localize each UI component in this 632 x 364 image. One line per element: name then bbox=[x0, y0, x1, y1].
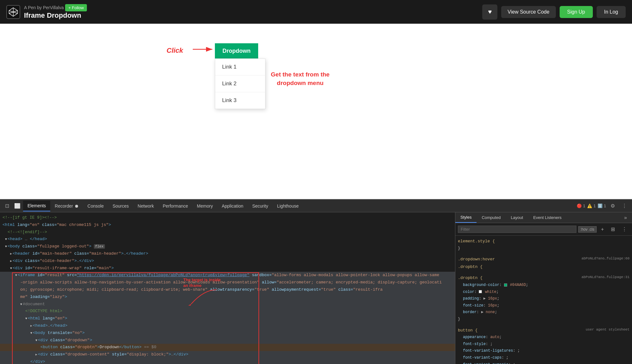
navbar-left: A Pen by PerVillalva + Follow Iframe Dro… bbox=[6, 4, 87, 20]
tab-console[interactable]: Console bbox=[83, 201, 108, 211]
signup-button[interactable]: Sign Up bbox=[560, 6, 593, 18]
dom-line: </div> bbox=[0, 358, 455, 364]
styles-panel: Styles Computed Layout Event Listeners »… bbox=[455, 212, 632, 364]
iframe-annotation-arrow bbox=[179, 287, 220, 306]
get-text-annotation: Get the text from thedropdown menu bbox=[265, 70, 335, 87]
css-block-button: button { user agent stylesheet appearanc… bbox=[458, 327, 629, 364]
author-title-group: A Pen by PerVillalva + Follow Iframe Dro… bbox=[24, 4, 87, 20]
css-prop-fontcaps: font-variant-caps: ; bbox=[463, 355, 629, 361]
navbar: A Pen by PerVillalva + Follow Iframe Dro… bbox=[0, 0, 632, 24]
dom-line-button[interactable]: <button class="dropbtn">Dropdown</button… bbox=[0, 344, 455, 351]
page-title: Iframe Dropdown bbox=[24, 11, 87, 20]
css-prop-color: color: white; bbox=[463, 289, 629, 296]
dom-line: ▶<header id="main-header" class="main-he… bbox=[0, 250, 455, 258]
devtools-device-icon[interactable]: ⬜ bbox=[12, 202, 23, 210]
dropdown-menu: Link 1 Link 2 Link 3 bbox=[215, 58, 265, 109]
dom-line: me" loading="lazy"> bbox=[0, 294, 455, 301]
tab-elements[interactable]: Elements bbox=[23, 201, 50, 211]
dom-line: ▼<div class="dropdown"> bbox=[0, 337, 455, 344]
color-swatch-green[interactable] bbox=[504, 283, 507, 287]
tab-security[interactable]: Security bbox=[248, 201, 273, 211]
dom-line: <!--[if gt IE 9]><!--> bbox=[0, 214, 455, 221]
new-style-icon[interactable]: ⊞ bbox=[608, 225, 617, 234]
dom-line: <!--<![endif]--> bbox=[0, 229, 455, 236]
devtools-more-icon[interactable]: ⋮ bbox=[619, 202, 629, 210]
tab-application[interactable]: Application bbox=[217, 201, 248, 211]
dom-line: -origin allow-scripts allow-top-navigati… bbox=[0, 279, 455, 286]
dropdown-button[interactable]: Dropdown bbox=[215, 43, 258, 59]
author-label: A Pen by PerVillalva bbox=[24, 5, 64, 10]
heart-button[interactable]: ♥ bbox=[482, 4, 497, 20]
css-block-dropdown-hover: .dropdown:hover abPoNLd?ano…fullpage:60 … bbox=[458, 256, 629, 270]
dom-line: ▼<body class="fullpage logged-out"> flex bbox=[0, 243, 455, 250]
preview-area: Click Dropdown Link 1 Link 2 Link 3 Get … bbox=[0, 24, 632, 199]
svg-line-4 bbox=[13, 12, 18, 14]
devtools-tabs-bar: ⊡ ⬜ Elements Recorder ⏺ Console Sources … bbox=[0, 200, 632, 212]
dropdown-item-2[interactable]: Link 2 bbox=[215, 76, 265, 92]
css-prop-appearance: appearance: auto; bbox=[463, 334, 629, 341]
dom-line: ▶<div class="oldie-header">…</div> bbox=[0, 258, 455, 265]
navbar-right: ♥ View Source Code Sign Up In Log bbox=[482, 4, 626, 20]
devtools-warnings-badge: ⚠️ 1 bbox=[587, 203, 596, 208]
styles-filter-input[interactable] bbox=[458, 226, 576, 233]
dom-line: ▼<body translate="no"> bbox=[0, 330, 455, 337]
dom-line: <html lang="en" class="mac chrome115 js … bbox=[0, 221, 455, 229]
css-block-dropbtn: .dropbtn { abPoNLd?ano…fullpage:31 backg… bbox=[458, 274, 629, 323]
dom-line: ▼<head> … </head> bbox=[0, 236, 455, 243]
css-prop-fontlig: font-variant-ligatures: ; bbox=[463, 348, 629, 355]
svg-line-2 bbox=[13, 10, 18, 12]
styles-content: element.style { } .dropdown:hover abPoNL… bbox=[455, 236, 632, 364]
dom-line: ▶<div class="dropdown-content" style="di… bbox=[0, 351, 455, 358]
tab-computed[interactable]: Computed bbox=[477, 212, 506, 223]
css-selector-line: element.style { bbox=[458, 238, 629, 245]
login-button[interactable]: In Log bbox=[597, 6, 626, 18]
styles-tabs-bar: Styles Computed Layout Event Listeners » bbox=[455, 212, 632, 223]
devtools-info-badge: ℹ️ 1 bbox=[598, 203, 606, 208]
css-prop-fontsize: font-size: 16px; bbox=[463, 302, 629, 309]
css-block-element: element.style { } bbox=[458, 238, 629, 252]
css-close-brace: } bbox=[458, 245, 629, 252]
codepen-logo bbox=[6, 5, 20, 19]
tab-recorder[interactable]: Recorder ⏺ bbox=[50, 201, 83, 211]
pseudo-filter[interactable]: :hov .cls bbox=[578, 226, 597, 233]
view-source-button[interactable]: View Source Code bbox=[501, 6, 556, 18]
tab-memory[interactable]: Memory bbox=[192, 201, 217, 211]
more-style-icon[interactable]: ⋮ bbox=[619, 225, 629, 234]
iframe-annotation-text: The target is insidean iframe bbox=[183, 277, 221, 288]
css-prop-bg: background-color: #04AA6D; bbox=[463, 282, 629, 289]
tab-network[interactable]: Network bbox=[133, 201, 158, 211]
dom-line: ▼<div id="result-iframe-wrap" role="main… bbox=[0, 265, 455, 272]
click-label: Click bbox=[167, 46, 183, 55]
devtools-body: The target is insidean iframe <!--[if gt… bbox=[0, 212, 632, 364]
add-style-icon[interactable]: + bbox=[599, 225, 606, 234]
tab-layout[interactable]: Layout bbox=[506, 212, 528, 223]
dom-line: on; gyroscope; microphone; midi; clipboa… bbox=[0, 286, 455, 294]
devtools-panel: ⊡ ⬜ Elements Recorder ⏺ Console Sources … bbox=[0, 199, 632, 364]
css-props: background-color: #04AA6D; color: white;… bbox=[458, 282, 629, 316]
dom-panel-wrapper: The target is insidean iframe <!--[if gt… bbox=[0, 212, 455, 364]
click-arrow bbox=[193, 45, 215, 53]
css-prop-border: border: ▶ none; bbox=[463, 309, 629, 316]
svg-line-3 bbox=[9, 12, 14, 14]
tab-performance[interactable]: Performance bbox=[158, 201, 192, 211]
dropdown-item-3[interactable]: Link 3 bbox=[215, 92, 265, 109]
dropdown-item-1[interactable]: Link 1 bbox=[215, 59, 265, 76]
dom-line-iframe[interactable]: ▼<iframe id="result" src="https://cdpn.i… bbox=[0, 272, 455, 279]
css-prop-fontstyle: font-style: ; bbox=[463, 341, 629, 348]
devtools-errors-badge: 🔴 1 bbox=[577, 203, 585, 208]
tab-event-listeners[interactable]: Event Listeners bbox=[528, 212, 567, 223]
tab-styles[interactable]: Styles bbox=[455, 212, 477, 223]
styles-more-icon[interactable]: » bbox=[622, 214, 629, 222]
dom-line: <!DOCTYPE html> bbox=[0, 308, 455, 315]
styles-filter-bar: :hov .cls + ⊞ ⋮ bbox=[455, 223, 632, 236]
css-prop-fontnum: font-variant-numeric: ; bbox=[463, 361, 629, 364]
tab-sources[interactable]: Sources bbox=[108, 201, 133, 211]
devtools-settings-icon[interactable]: ⚙ bbox=[608, 202, 617, 210]
devtools-inspect-icon[interactable]: ⊡ bbox=[3, 202, 12, 210]
styles-tab-icons: » bbox=[619, 212, 632, 223]
tab-lighthouse[interactable]: Lighthouse bbox=[273, 201, 303, 211]
dom-line: ▼<html lang="en"> bbox=[0, 315, 455, 322]
follow-button[interactable]: + Follow bbox=[65, 4, 87, 11]
color-swatch-white[interactable] bbox=[479, 290, 482, 293]
dom-line: ▶<head>…</head> bbox=[0, 322, 455, 330]
